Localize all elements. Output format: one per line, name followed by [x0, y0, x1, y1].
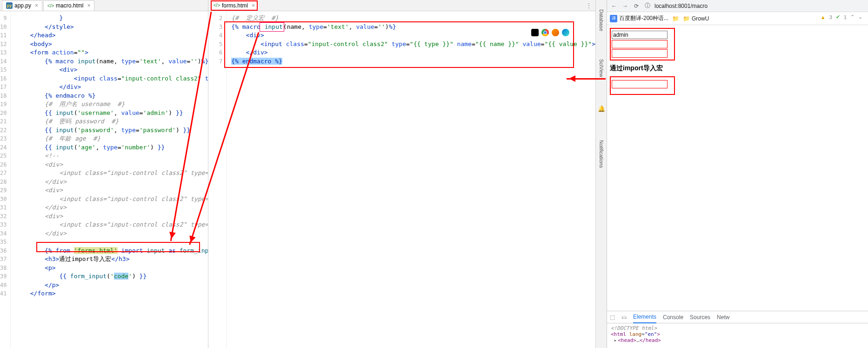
chrome-icon[interactable]	[541, 29, 549, 36]
username-input[interactable]	[612, 31, 668, 39]
url-field[interactable]: localhost:8001/macro	[654, 3, 865, 9]
tool-side-strip: Database SciView 🔔 Notifications	[595, 0, 607, 348]
code-area[interactable]: {# 定义宏 #}{% macro input(name, type='text…	[227, 11, 595, 348]
chevron-icon[interactable]: ⌃	[850, 14, 855, 20]
annotation-box	[610, 28, 675, 60]
annotation-arrow	[567, 78, 606, 80]
more-icon[interactable]: ⋮	[586, 2, 592, 9]
folder-icon: 📁	[672, 15, 679, 22]
close-icon[interactable]: ×	[35, 2, 38, 9]
tab-network[interactable]: Netw	[717, 314, 729, 321]
tab-label: macro.html	[56, 2, 83, 9]
address-bar: ← → ⟳ ⓘ localhost:8001/macro	[607, 0, 868, 12]
folder-icon: 📁	[683, 15, 690, 22]
tab-macro-html[interactable]: </> macro.html ×	[43, 0, 94, 11]
devtools-tabs: ⬚ ▭ Elements Console Sources Netw	[607, 311, 868, 323]
annotation-box	[610, 76, 675, 95]
tool-database[interactable]: Database	[599, 9, 604, 31]
device-icon[interactable]: ▭	[621, 314, 627, 321]
inspection-indicators[interactable]: ▲3 ✔1 ⌃ ⌄	[821, 14, 862, 20]
tab-console[interactable]: Console	[663, 314, 683, 321]
tab-forms-html[interactable]: </> forms.html ×	[211, 0, 258, 11]
tab-sources[interactable]: Sources	[690, 314, 710, 321]
forward-icon[interactable]: →	[621, 3, 629, 9]
translate-icon: 译	[610, 15, 617, 22]
left-tab-bar: py app.py × </> macro.html ×	[0, 0, 208, 11]
jetbrains-icon[interactable]	[531, 29, 539, 36]
html-icon: </>	[47, 2, 54, 9]
tab-app-py[interactable]: py app.py ×	[2, 0, 42, 11]
browser-panel: ← → ⟳ ⓘ localhost:8001/macro 译 百度翻译-200种…	[607, 0, 868, 348]
dom-line: <!DOCTYPE html>	[611, 325, 864, 331]
close-icon[interactable]: ×	[252, 2, 255, 9]
right-editor-pane: </> forms.html × ⋮ 234567 {# 定义宏 #}{% ma…	[208, 0, 595, 348]
back-icon[interactable]: ←	[610, 3, 618, 9]
age-input[interactable]	[612, 49, 668, 58]
code-input[interactable]	[612, 80, 668, 88]
edge-icon[interactable]	[562, 29, 569, 36]
dom-line[interactable]: ▸<head>…</head>	[611, 337, 864, 343]
bookmark-folder[interactable]: 📁	[672, 15, 679, 22]
right-tab-bar: </> forms.html × ⋮	[208, 0, 595, 11]
firefox-icon[interactable]	[552, 29, 559, 36]
devtools-body[interactable]: <!DOCTYPE html> <html lang="en"> ▸<head>…	[607, 323, 868, 348]
bookmark-folder[interactable]: 📁 GrowU	[683, 15, 709, 22]
close-icon[interactable]: ×	[87, 2, 90, 9]
bookmark-item[interactable]: 译 百度翻译-200种语...	[610, 14, 668, 22]
check-icon: ✔	[836, 14, 840, 20]
warning-icon: ▲	[821, 14, 826, 20]
html-icon: </>	[214, 2, 220, 9]
line-gutter: 9101112131415161718192021222324252627282…	[0, 11, 11, 348]
tool-sciview[interactable]: SciView	[599, 59, 604, 77]
left-editor[interactable]: 9101112131415161718192021222324252627282…	[0, 11, 208, 348]
devtools-panel: ⬚ ▭ Elements Console Sources Netw <!DOCT…	[607, 311, 868, 348]
tab-label: app.py	[14, 2, 31, 9]
code-area[interactable]: } </style> </head> <body> <form action="…	[11, 11, 208, 348]
left-editor-pane: py app.py × </> macro.html × ▲3 ✔1 ⌃ ⌄ 9…	[0, 0, 208, 348]
right-editor[interactable]: 234567 {# 定义宏 #}{% macro input(name, typ…	[208, 11, 595, 348]
dom-line[interactable]: <html lang="en">	[611, 331, 864, 337]
reload-icon[interactable]: ⟳	[632, 3, 641, 9]
tab-elements[interactable]: Elements	[633, 311, 656, 323]
bell-icon[interactable]: 🔔	[598, 105, 605, 112]
open-in-browser-icons	[531, 29, 569, 36]
tab-label: forms.html	[222, 2, 248, 9]
info-icon[interactable]: ⓘ	[643, 2, 652, 10]
section-heading: 通过import导入宏	[610, 64, 865, 73]
inspect-icon[interactable]: ⬚	[610, 314, 615, 321]
tool-notifications[interactable]: Notifications	[599, 140, 604, 168]
page-viewport: 通过import导入宏	[607, 25, 868, 311]
chevron-icon[interactable]: ⌄	[858, 14, 862, 20]
python-icon: py	[6, 2, 13, 9]
password-input[interactable]	[612, 40, 668, 48]
